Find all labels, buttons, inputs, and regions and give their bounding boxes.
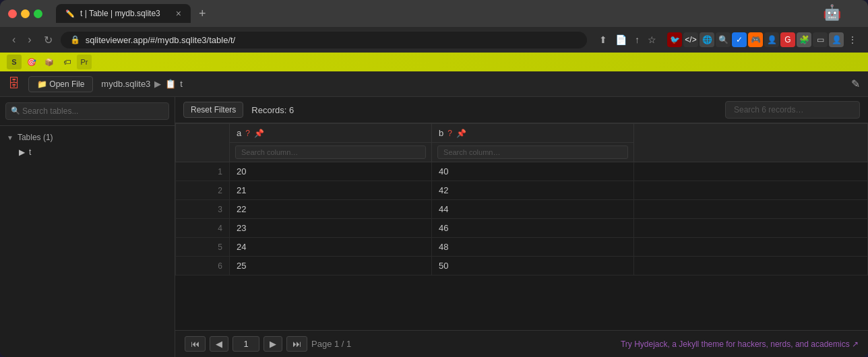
ext-icon-5[interactable]: ✓ [732, 32, 747, 47]
next-page-button[interactable]: ▶ [264, 336, 282, 352]
address-bar[interactable]: 🔒 sqliteviewer.app/#/mydb.sqlite3/table/… [61, 32, 587, 48]
extension-icons: 🐦 </> 🌐 🔍 ✓ 🎮 👤 G 🧩 ▭ 👤 ⋮ [667, 32, 860, 48]
android-icon: 🤖 [823, 4, 841, 22]
col-a-pin-icon[interactable]: 📌 [254, 129, 264, 138]
cell-b[interactable]: 46 [432, 219, 634, 238]
cell-a[interactable]: 21 [230, 181, 432, 200]
close-traffic-light[interactable] [8, 9, 17, 18]
breadcrumb-separator: ▶ [154, 79, 161, 89]
traffic-lights [8, 9, 42, 18]
ext-icon-6[interactable]: 🎮 [748, 32, 763, 47]
cell-a[interactable]: 22 [230, 200, 432, 219]
ext-bar-icon-1[interactable]: S [7, 55, 22, 69]
browser-window: ✏️ t | Table | mydb.sqlite3 × + 🤖 ‹ › ↻ … [0, 0, 868, 357]
row-number: 5 [176, 238, 230, 257]
col-b-pin-icon[interactable]: 📌 [456, 129, 466, 138]
ext-icon-2[interactable]: </> [683, 32, 698, 47]
table-header-row: a ? 📌 b [176, 124, 868, 162]
main-layout: 🔍 ▼ Tables (1) ▶ t [0, 97, 868, 357]
cell-a[interactable]: 20 [230, 162, 432, 181]
download-icon[interactable]: ⬆ [596, 32, 610, 48]
cell-extra [634, 200, 868, 219]
sidebar-section: ▼ Tables (1) ▶ t [0, 126, 175, 164]
search-tables-input[interactable] [5, 102, 169, 120]
app-logo: 🗄 [8, 77, 20, 91]
records-count: Records: 6 [251, 105, 294, 115]
back-button[interactable]: ‹ [8, 31, 20, 48]
ext-bar-icon-5[interactable]: Pr [77, 55, 92, 69]
ext-icon-4[interactable]: 🔍 [716, 32, 731, 47]
page-icon[interactable]: 📄 [613, 32, 629, 48]
cell-b[interactable]: 48 [432, 238, 634, 257]
first-page-button[interactable]: ⏮ [185, 336, 206, 352]
col-b-search-input[interactable] [437, 145, 628, 159]
search-records-input[interactable] [725, 101, 860, 119]
col-header-a: a ? 📌 [230, 124, 432, 162]
page-number-input[interactable] [232, 336, 259, 352]
cell-a[interactable]: 24 [230, 238, 432, 257]
breadcrumb-db: mydb.sqlite3 [101, 79, 150, 89]
last-page-button[interactable]: ⏭ [286, 336, 307, 352]
ext-icon-10[interactable]: ▭ [813, 32, 828, 47]
reload-button[interactable]: ↻ [40, 31, 57, 49]
tab-title: t | Table | mydb.sqlite3 [80, 9, 160, 18]
ext-icon-3[interactable]: 🌐 [700, 32, 714, 47]
open-file-button[interactable]: 📁 Open File [28, 76, 93, 92]
ext-bar-icon-3[interactable]: 📦 [42, 55, 57, 69]
ext-icon-1[interactable]: 🐦 [667, 32, 682, 47]
cell-extra [634, 257, 868, 275]
ext-icon-7[interactable]: 👤 [764, 32, 779, 47]
reset-filters-button[interactable]: Reset Filters [183, 102, 243, 118]
col-b-info-icon[interactable]: ? [447, 129, 452, 138]
col-a-search-area [230, 142, 431, 162]
cell-a[interactable]: 23 [230, 219, 432, 238]
cell-b[interactable]: 42 [432, 181, 634, 200]
hydejack-link[interactable]: Try Hydejack, a Jekyll theme for hackers… [621, 339, 859, 349]
cell-b[interactable]: 44 [432, 200, 634, 219]
ext-icon-11[interactable]: 👤 [829, 32, 844, 47]
ext-bar-icon-4[interactable]: 🏷 [59, 55, 74, 69]
minimize-traffic-light[interactable] [21, 9, 30, 18]
row-number: 4 [176, 219, 230, 238]
ext-icon-8[interactable]: G [780, 32, 795, 47]
cell-extra [634, 219, 868, 238]
breadcrumb-table: t [180, 79, 183, 89]
ext-bar-icon-2[interactable]: 🎯 [24, 55, 39, 69]
sidebar: 🔍 ▼ Tables (1) ▶ t [0, 97, 175, 357]
table-expand-icon: ▶ [19, 148, 25, 157]
menu-button[interactable]: ⋮ [845, 32, 860, 48]
table-row: 62550 [176, 257, 868, 275]
tab-close-button[interactable]: × [176, 8, 181, 19]
col-b-name: b [439, 128, 443, 138]
ext-icon-9[interactable]: 🧩 [797, 32, 811, 47]
bookmark-icon[interactable]: ☆ [645, 32, 659, 48]
prev-page-button[interactable]: ◀ [210, 336, 228, 352]
col-a-search-input[interactable] [235, 145, 426, 159]
forward-button[interactable]: › [24, 31, 35, 48]
sidebar-item-t[interactable]: ▶ t [0, 145, 175, 160]
maximize-traffic-light[interactable] [34, 9, 42, 18]
col-a-info-icon[interactable]: ? [245, 129, 250, 138]
table-body: 120402214232244423465244862550 [176, 162, 868, 275]
tab-favicon: ✏️ [65, 9, 75, 18]
share-icon[interactable]: ↑ [632, 32, 642, 48]
row-number: 6 [176, 257, 230, 275]
new-tab-button[interactable]: + [193, 5, 212, 22]
cell-b[interactable]: 50 [432, 257, 634, 275]
tabs-area: ✏️ t | Table | mydb.sqlite3 × + [56, 4, 860, 23]
pagination: ⏮ ◀ ▶ ⏭ Page 1 / 1 Try Hydejack, a Jekyl… [175, 330, 868, 357]
address-text: sqliteviewer.app/#/mydb.sqlite3/table/t/ [86, 35, 236, 45]
col-header-extra [634, 124, 868, 162]
title-bar: ✏️ t | Table | mydb.sqlite3 × + 🤖 [0, 0, 868, 27]
cell-a[interactable]: 25 [230, 257, 432, 275]
browser-controls: ‹ › ↻ 🔒 sqliteviewer.app/#/mydb.sqlite3/… [0, 27, 868, 53]
sidebar-table-name: t [29, 148, 31, 157]
table-row: 52448 [176, 238, 868, 257]
cell-b[interactable]: 40 [432, 162, 634, 181]
browser-tab-active[interactable]: ✏️ t | Table | mydb.sqlite3 × [56, 4, 191, 23]
app-header: 🗄 📁 Open File mydb.sqlite3 ▶ 📋 t ✎ [0, 71, 868, 97]
edit-icon[interactable]: ✎ [851, 77, 860, 90]
tables-group-header[interactable]: ▼ Tables (1) [0, 130, 175, 145]
breadcrumb-icon: 📋 [165, 79, 176, 89]
toolbar: Reset Filters Records: 6 [175, 97, 868, 123]
